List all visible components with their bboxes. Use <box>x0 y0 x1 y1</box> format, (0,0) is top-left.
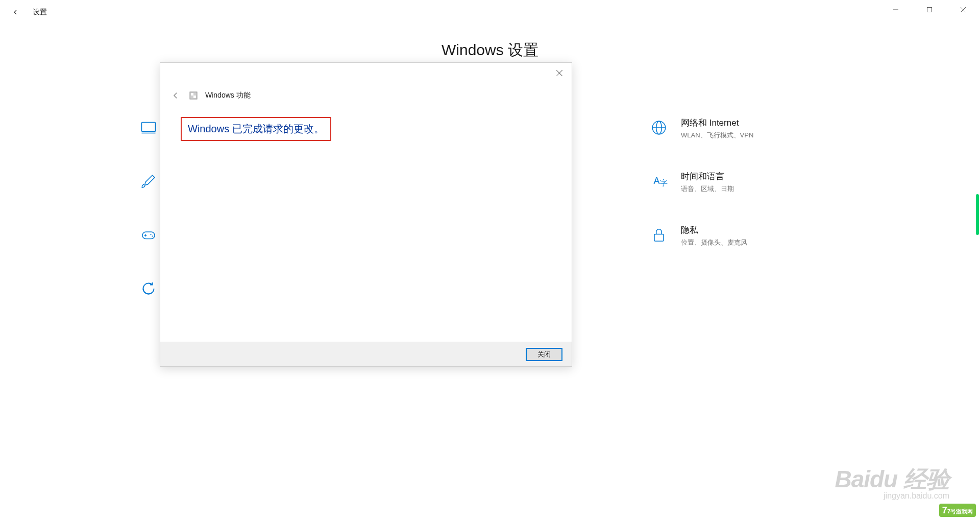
svg-point-15 <box>152 235 153 236</box>
watermark-text: Baidu 经验 <box>835 466 949 492</box>
highlight-annotation: Windows 已完成请求的更改。 <box>181 117 331 141</box>
watermark-baidu: Baidu 经验 jingyan.baidu.com <box>835 464 949 501</box>
svg-rect-4 <box>142 123 156 132</box>
dialog-close-button[interactable] <box>549 63 570 83</box>
setting-title: 时间和语言 <box>681 171 734 182</box>
globe-icon <box>648 117 670 138</box>
svg-rect-16 <box>654 234 664 242</box>
close-icon <box>960 7 966 13</box>
svg-rect-20 <box>191 93 193 96</box>
titlebar: 设置 <box>0 0 980 25</box>
setting-desc: 位置、摄像头、麦克风 <box>681 238 747 247</box>
maximize-icon <box>926 7 933 13</box>
dialog-footer: 关闭 <box>160 342 572 366</box>
close-icon <box>556 69 563 77</box>
lock-icon <box>648 224 670 246</box>
system-icon <box>138 117 159 138</box>
close-window-button[interactable] <box>951 2 975 17</box>
minimize-button[interactable] <box>884 2 908 17</box>
setting-desc: 语音、区域、日期 <box>681 184 734 194</box>
gamepad-icon <box>138 224 159 246</box>
dialog-header-row: Windows 功能 <box>160 83 572 102</box>
setting-item-network[interactable]: 网络和 Internet WLAN、飞行模式、VPN <box>648 117 842 140</box>
window-controls <box>884 2 975 17</box>
watermark-url: jingyan.baidu.com <box>835 491 949 501</box>
svg-point-14 <box>150 234 151 235</box>
setting-desc: WLAN、飞行模式、VPN <box>681 131 753 140</box>
back-button[interactable] <box>4 1 27 23</box>
svg-text:字: 字 <box>660 178 668 187</box>
setting-title: 隐私 <box>681 224 747 236</box>
dialog-close-action-button[interactable]: 关闭 <box>526 348 562 361</box>
svg-text:A: A <box>654 176 660 186</box>
dialog-body: Windows 已完成请求的更改。 <box>160 102 572 342</box>
watermark-7game-text: 7号游戏网 <box>947 508 973 514</box>
time-language-icon: A字 <box>648 171 670 192</box>
svg-rect-21 <box>193 96 196 98</box>
setting-item-privacy[interactable]: 隐私 位置、摄像头、麦克风 <box>648 224 842 247</box>
maximize-button[interactable] <box>918 2 941 17</box>
setting-item-time-language[interactable]: A字 时间和语言 语音、区域、日期 <box>648 171 842 194</box>
windows-features-icon <box>189 91 198 100</box>
window-title: 设置 <box>33 8 47 17</box>
scrollbar-thumb[interactable] <box>976 194 979 235</box>
page-title: Windows 设置 <box>0 40 980 61</box>
watermark-7game: 77号游戏网 <box>939 504 976 517</box>
refresh-icon <box>138 278 159 299</box>
svg-rect-1 <box>927 8 932 12</box>
arrow-left-icon <box>11 8 19 16</box>
dialog-back-button[interactable] <box>169 89 182 102</box>
setting-title: 网络和 Internet <box>681 117 753 129</box>
arrow-left-icon <box>171 91 180 100</box>
svg-rect-11 <box>142 232 155 239</box>
dialog-titlebar <box>160 63 572 83</box>
status-message: Windows 已完成请求的更改。 <box>188 123 324 134</box>
minimize-icon <box>893 7 899 13</box>
dialog-title: Windows 功能 <box>205 91 251 100</box>
windows-features-dialog: Windows 功能 Windows 已完成请求的更改。 关闭 <box>160 62 572 367</box>
paintbrush-icon <box>138 171 159 192</box>
